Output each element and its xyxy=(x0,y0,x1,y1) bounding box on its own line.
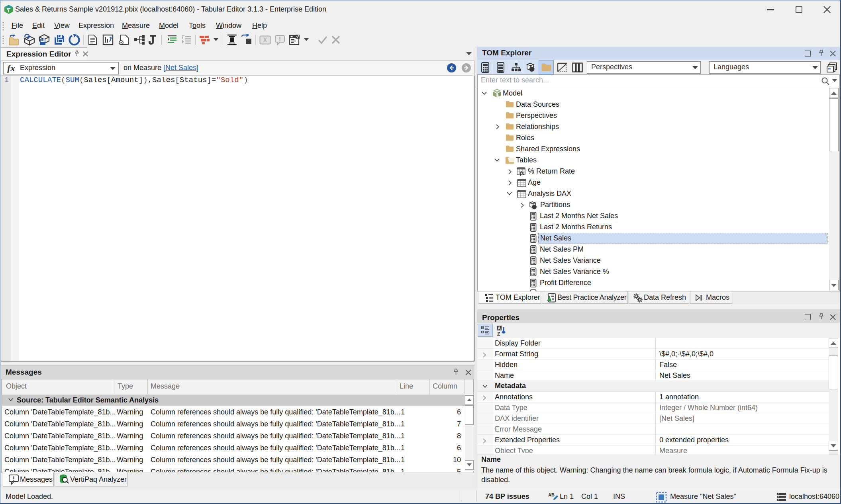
svg-text:Z: Z xyxy=(497,331,500,336)
svg-text:AB: AB xyxy=(548,492,555,497)
svg-text:A: A xyxy=(498,326,501,330)
svg-text:fx: fx xyxy=(520,170,524,176)
